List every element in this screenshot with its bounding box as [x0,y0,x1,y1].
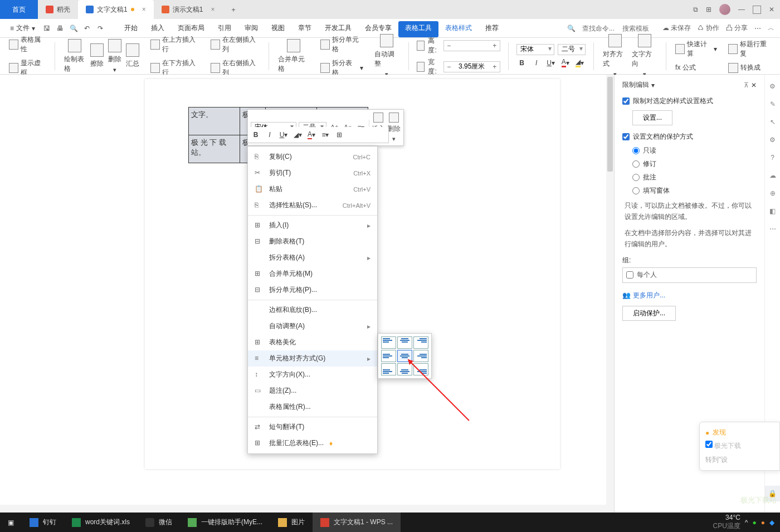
title-row-repeat-button[interactable]: 标题行重复 [727,38,772,60]
tab-presentation[interactable]: 演示文稿1× [154,0,223,19]
dec-button[interactable]: − [444,41,454,51]
font-size-select[interactable]: 二号 [558,44,586,55]
select-icon[interactable]: ↖ [770,118,776,126]
ctx-border-shading[interactable]: 边框和底纹(B)... [248,302,377,318]
cloud-icon[interactable]: ☁ [769,172,776,179]
close-window-button[interactable]: ✕ [769,6,774,13]
close-tab-icon[interactable]: × [211,6,214,13]
taskbar-wechat[interactable]: 微信 [138,513,180,532]
tray-icon[interactable]: ◆ [769,519,774,526]
formula-button[interactable]: fx 公式 [674,62,718,74]
ctx-autofit[interactable]: 自动调整(A)▸ [248,318,377,334]
radio-revision[interactable]: 修订 [632,159,757,169]
grid-icon[interactable]: ⊞ [706,6,711,13]
tab-table-style[interactable]: 表格样式 [438,19,479,37]
ctx-table-props[interactable]: 表格属性(R)... [248,399,377,415]
toolbox-icon[interactable]: ⊕ [770,189,776,197]
highlight-button[interactable]: ◢▾ [574,57,586,69]
ctx-translate[interactable]: ⇄短句翻译(T) [248,419,377,435]
radio-readonly[interactable]: 只读 [632,146,757,155]
tray-expand-icon[interactable]: ^ [745,519,748,526]
mini-italic-button[interactable]: I [264,129,275,140]
cloud-unsaved[interactable]: ☁ 未保存 [662,23,691,33]
convert-button[interactable]: 转换成 [727,62,772,74]
print-icon[interactable]: 🖶 [54,22,66,35]
maximize-button[interactable] [753,6,761,14]
assistant-icon[interactable]: ⚙ [769,82,776,90]
bold-button[interactable]: B [516,57,528,69]
table-cell[interactable]: 文字。 [189,108,240,135]
reader-mode-icon[interactable]: ⧉ [693,6,698,13]
align-middle-right[interactable] [413,350,428,362]
align-middle-center[interactable] [397,350,412,362]
align-top-left[interactable] [381,336,396,349]
align-bottom-left[interactable] [381,363,396,375]
inc-button[interactable]: + [490,41,500,51]
bubble-checkbox[interactable] [705,441,713,448]
taskbar-folder[interactable]: 图片 [270,513,313,532]
taskbar-helper[interactable]: 一键排版助手(MyE... [180,513,270,532]
file-menu[interactable]: ≡ 文件 ▾ [6,21,40,35]
width-input[interactable] [454,62,490,72]
minimize-button[interactable]: — [738,6,745,13]
horizontal-scrollbar[interactable] [0,505,606,513]
height-input[interactable] [454,41,490,51]
tab-view[interactable]: 视图 [265,19,291,37]
italic-button[interactable]: I [531,57,542,69]
align-top-center[interactable] [397,336,412,349]
tab-table-tools[interactable]: 表格工具 [398,21,438,37]
collapse-ribbon-icon[interactable]: ︿ [768,23,774,33]
mini-color-button[interactable]: A▾ [306,129,317,140]
font-color-button[interactable]: A▾ [560,57,571,69]
height-stepper[interactable]: −+ [443,40,500,51]
tab-chapter[interactable]: 章节 [291,19,318,37]
mini-highlight-button[interactable]: ◢▾ [292,129,303,140]
delete-button[interactable]: 删除▾ [107,38,123,75]
settings-icon[interactable]: ⚙ [769,136,776,144]
save-icon[interactable]: 🖫 [41,22,53,35]
group-everyone-checkbox[interactable]: 每个人 [622,267,757,283]
ctx-insert[interactable]: ⊞插入(I)▸ [248,217,377,233]
share-button[interactable]: 凸 分享 [726,23,748,33]
underline-button[interactable]: U▾ [545,57,557,69]
mini-delete-button[interactable]: 删除▾ [387,113,401,143]
draw-table-button[interactable]: 绘制表格 [63,38,87,75]
radio-form[interactable]: 填写窗体 [632,186,757,196]
pin-icon[interactable]: ⊼ [744,81,749,89]
ctx-cell-align[interactable]: ≡单元格对齐方式(G)▸ [248,350,377,367]
ctx-split-table[interactable]: 拆分表格(A)▸ [248,250,377,266]
new-tab-button[interactable]: ＋ [222,0,245,19]
more-icon[interactable]: ⋯ [754,25,761,32]
ctx-delete-table[interactable]: ⊟删除表格(T) [248,233,377,250]
text-direction-button[interactable]: 文字方向▾ [631,33,658,79]
collab-button[interactable]: ♺ 协作 [698,23,719,33]
search-command-input[interactable] [582,25,616,32]
avatar[interactable] [719,4,730,15]
align-bottom-right[interactable] [413,363,428,375]
erase-button[interactable]: 擦除 [89,42,105,70]
taskbar-wps[interactable]: 文字文稿1 - WPS ... [313,513,401,532]
mini-bold-button[interactable]: B [250,129,261,140]
settings-button[interactable]: 设置... [632,110,672,125]
preview-icon[interactable]: 🔍 [67,22,80,35]
ctx-cut[interactable]: ✂剪切(T)Ctrl+X [248,165,377,181]
start-protection-button[interactable]: 启动保护... [622,306,676,321]
redo-icon[interactable]: ↷ [94,22,106,35]
split-cell-button[interactable]: 拆分单元格 [319,34,364,55]
taskbar-dingtalk[interactable]: 钉钉 [22,513,64,532]
ctx-beautify[interactable]: ⊞表格美化 [248,334,377,350]
ctx-caption[interactable]: ▭题注(Z)... [248,383,377,399]
autofit-button[interactable]: 自动调整▾ [373,33,401,79]
tab-word-doc[interactable]: 文字文稿1× [78,0,154,19]
mini-align-button[interactable]: ≡▾ [320,129,331,140]
tab-recommend[interactable]: 推荐 [479,19,505,37]
summary-button[interactable]: 汇总 [125,42,140,70]
more-icon[interactable]: ⋯ [769,225,776,233]
vertical-scrollbar[interactable] [606,75,614,513]
taskbar-excel[interactable]: word关键词.xls [64,513,138,532]
align-middle-left[interactable] [381,350,396,362]
help-icon[interactable]: ? [771,154,774,162]
tab-home[interactable]: 首页 [0,0,38,19]
table-cell[interactable]: 极 光 下 载 站。 [189,135,240,163]
tray-icon[interactable]: ● [761,519,765,526]
